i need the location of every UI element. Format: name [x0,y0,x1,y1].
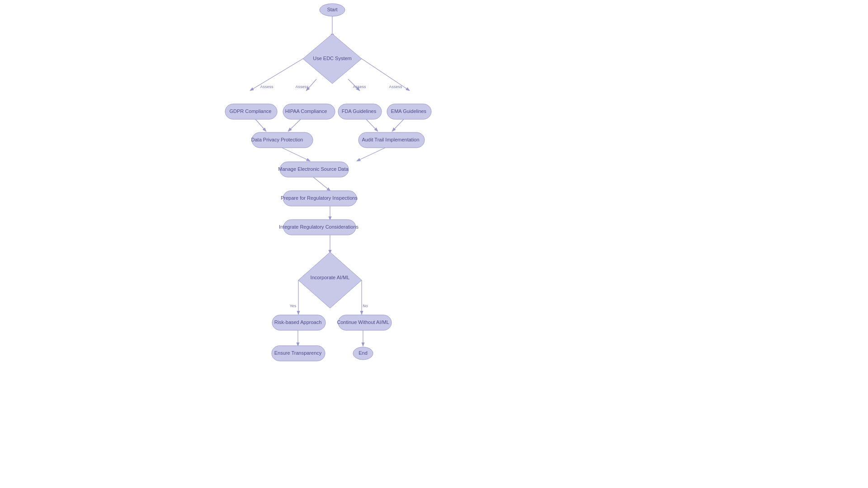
yes-label: Yes [290,304,297,308]
end-label: End [359,350,368,356]
assess1-label: Assess [260,84,274,89]
arrow-ema-audit [392,119,404,131]
arrow-gdpr-privacy [255,119,266,131]
assess2-label: Assess [295,84,309,89]
arrow-privacy-manage [282,148,310,161]
continue-without-label: Continue Without AI/ML [337,319,389,325]
gdpr-label: GDPR Compliance [230,108,272,114]
assess4-label: Assess [389,84,402,89]
audit-trail-label: Audit Trail Implementation [362,137,419,142]
risk-based-label: Risk-based Approach [274,319,322,325]
assess3-label: Assess [353,84,366,89]
no-label: No [363,304,368,308]
hipaa-label: HIPAA Compliance [285,108,327,114]
use-edc-label: Use EDC System [313,56,352,61]
arrow-manage-prepare [313,177,330,191]
fda-label: FDA Guidelines [342,108,377,114]
prepare-regulatory-label: Prepare for Regulatory Inspections [281,195,358,201]
incorporate-aiml-label: Incorporate AI/ML [311,275,350,280]
integrate-regulatory-label: Integrate Regulatory Considerations [279,224,359,230]
arrow-hipaa-privacy [288,119,301,131]
ema-label: EMA Guidelines [391,108,427,114]
manage-source-label: Manage Electronic Source Data [278,166,349,172]
incorporate-aiml-diamond [298,252,362,308]
ensure-transparency-label: Ensure Transparency [274,350,322,356]
arrow-audit-manage [357,148,385,161]
arrow-fda-audit [366,119,377,131]
start-label: Start [327,7,337,12]
data-privacy-label: Data Privacy Protection [251,137,303,142]
